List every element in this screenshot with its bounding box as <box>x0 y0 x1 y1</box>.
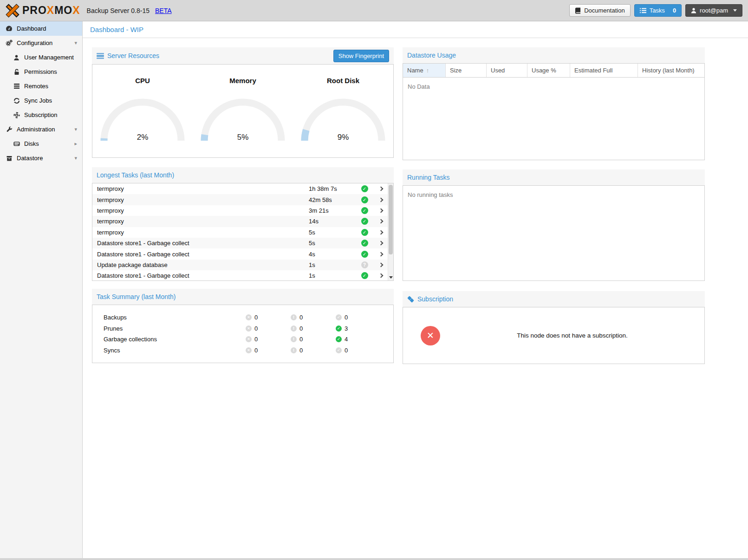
column-header-used[interactable]: Used <box>487 64 527 77</box>
proxmox-brand: PROXMOX Backup Server 0.8-15 BETA <box>6 4 172 18</box>
subscription-body: ✕ This node does not have a subscription… <box>403 307 705 364</box>
chevron-right-icon[interactable] <box>378 252 383 256</box>
app-window: PROXMOX Backup Server 0.8-15 BETA Docume… <box>0 0 748 560</box>
task-row[interactable]: Datastore store1 - Garbage collect 1s ✓ <box>92 270 393 281</box>
root-disk-gauge: Root Disk 9% <box>297 77 390 157</box>
sidebar-item-disks[interactable]: Disks ▸ <box>0 137 82 151</box>
user-icon <box>13 54 20 61</box>
running-tasks-empty: No running tasks <box>403 186 704 204</box>
table-header-row: Name↑ Size Used Usage % Estimated Full H… <box>403 64 704 78</box>
error-circle-icon: × <box>246 314 252 320</box>
ok-circle-icon: ✓ <box>336 314 342 320</box>
chevron-down-icon <box>733 9 737 12</box>
sidebar-item-permissions[interactable]: Permissions <box>0 65 82 79</box>
chevron-right-icon[interactable] <box>378 273 383 278</box>
archive-icon <box>6 155 13 162</box>
documentation-button[interactable]: Documentation <box>569 4 630 17</box>
task-row[interactable]: Update package database 1s ? <box>92 260 393 270</box>
task-summary-row: Syncs ×0 !0 ✓0 <box>92 345 393 356</box>
ok-circle-icon: ✓ <box>336 326 342 332</box>
chevron-down-icon: ▾ <box>74 126 77 132</box>
sidebar-item-configuration[interactable]: Configuration ▾ <box>0 36 82 50</box>
column-header-usage[interactable]: Usage % <box>527 64 570 77</box>
task-summary-row: Backups ×0 !0 ✓0 <box>92 312 393 323</box>
task-row[interactable]: Datastore store1 - Garbage collect 4s ✓ <box>92 248 393 259</box>
cpu-gauge: CPU 2% <box>96 77 189 157</box>
main-content: Dashboard - WIP Server Resources Show Fi… <box>83 21 748 560</box>
chevron-right-icon[interactable] <box>378 262 383 267</box>
chevron-right-icon[interactable] <box>378 230 383 234</box>
warning-circle-icon: ! <box>291 336 297 342</box>
datastore-usage-header: Datastore Usage <box>403 47 705 63</box>
task-summary-row: Prunes ×0 !0 ✓3 <box>92 323 393 334</box>
chevron-right-icon[interactable] <box>378 241 383 246</box>
warning-circle-icon: ! <box>291 314 297 320</box>
column-header-size[interactable]: Size <box>446 64 487 77</box>
ticket-icon <box>407 296 414 303</box>
sidebar-item-administration[interactable]: Administration ▾ <box>0 122 82 137</box>
ok-circle-icon: ✓ <box>336 347 342 353</box>
page-title: Dashboard - WIP <box>83 21 748 38</box>
chevron-down-icon: ▾ <box>74 155 77 161</box>
error-circle-icon: × <box>246 347 252 353</box>
column-header-history[interactable]: History (last Month) <box>638 64 704 77</box>
memory-gauge: Memory 5% <box>196 77 289 157</box>
chevron-right-icon[interactable] <box>378 187 383 191</box>
task-row[interactable]: Datastore store1 - Garbage collect 5s ✓ <box>92 238 393 248</box>
column-header-name[interactable]: Name↑ <box>403 64 446 77</box>
task-row[interactable]: termproxy 1h 38m 7s ✓ <box>92 183 393 194</box>
bottom-edge-strip <box>0 558 748 560</box>
sidebar-item-dashboard[interactable]: Dashboard <box>0 21 82 36</box>
root-disk-gauge-value: 9% <box>299 133 387 142</box>
product-version-label: Backup Server 0.8-15 <box>87 7 150 14</box>
task-summary-header: Task Summary (last Month) <box>92 289 394 305</box>
chevron-right-icon[interactable] <box>378 208 383 213</box>
chevron-right-icon[interactable] <box>378 197 383 202</box>
error-circle-icon: × <box>246 326 252 332</box>
sidebar-item-user-management[interactable]: User Management <box>0 50 82 65</box>
chevron-right-icon[interactable] <box>378 219 383 224</box>
task-row[interactable]: termproxy 14s ✓ <box>92 216 393 227</box>
sidebar-item-subscription[interactable]: Subscription <box>0 108 82 122</box>
memory-gauge-value: 5% <box>199 133 287 142</box>
error-circle-icon: × <box>246 336 252 342</box>
tasks-button[interactable]: Tasks 0 <box>634 4 682 17</box>
task-summary-body: Backups ×0 !0 ✓0 Prunes ×0 !0 ✓3 <box>92 305 394 363</box>
status-ok-icon: ✓ <box>361 218 368 225</box>
beta-link[interactable]: BETA <box>155 7 172 14</box>
running-tasks-header: Running Tasks <box>403 169 705 185</box>
task-list-icon <box>640 8 646 13</box>
task-row[interactable]: termproxy 5s ✓ <box>92 227 393 238</box>
sidebar-item-remotes[interactable]: Remotes <box>0 79 82 93</box>
running-tasks-panel: Running Tasks No running tasks <box>403 169 705 281</box>
cpu-gauge-value: 2% <box>98 133 187 142</box>
status-ok-icon: ✓ <box>361 207 368 214</box>
task-row[interactable]: termproxy 3m 21s ✓ <box>92 205 393 216</box>
user-menu-button[interactable]: root@pam <box>685 4 742 17</box>
server-resources-body: CPU 2% Memory <box>92 64 394 158</box>
subscription-header: Subscription <box>403 291 705 307</box>
gears-icon <box>6 39 13 46</box>
running-tasks-body: No running tasks <box>403 185 705 281</box>
scrollbar-down-arrow-icon[interactable] <box>389 276 393 279</box>
sidebar-item-datastore[interactable]: Datastore ▾ <box>0 151 82 165</box>
longest-tasks-panel: Longest Tasks (last Month) termproxy 1h … <box>92 167 394 281</box>
chevron-down-icon: ▾ <box>74 40 77 46</box>
task-row[interactable]: termproxy 42m 58s ✓ <box>92 194 393 205</box>
warning-circle-icon: ! <box>291 347 297 353</box>
scrollbar-thumb[interactable] <box>389 185 393 254</box>
sort-asc-icon: ↑ <box>426 67 429 74</box>
top-header: PROXMOX Backup Server 0.8-15 BETA Docume… <box>0 0 748 21</box>
vertical-scrollbar[interactable] <box>388 183 393 280</box>
tachometer-icon <box>6 25 13 32</box>
wrench-icon <box>6 126 13 133</box>
show-fingerprint-button[interactable]: Show Fingerprint <box>333 50 389 62</box>
warning-circle-icon: ! <box>291 326 297 332</box>
book-icon <box>575 7 581 14</box>
server-resources-title: Server Resources <box>107 52 159 59</box>
column-header-estimated-full[interactable]: Estimated Full <box>570 64 638 77</box>
status-ok-icon: ✓ <box>361 251 368 258</box>
sidebar-item-sync-jobs[interactable]: Sync Jobs <box>0 93 82 108</box>
server-list-icon <box>13 83 20 90</box>
status-ok-icon: ✓ <box>361 185 368 192</box>
